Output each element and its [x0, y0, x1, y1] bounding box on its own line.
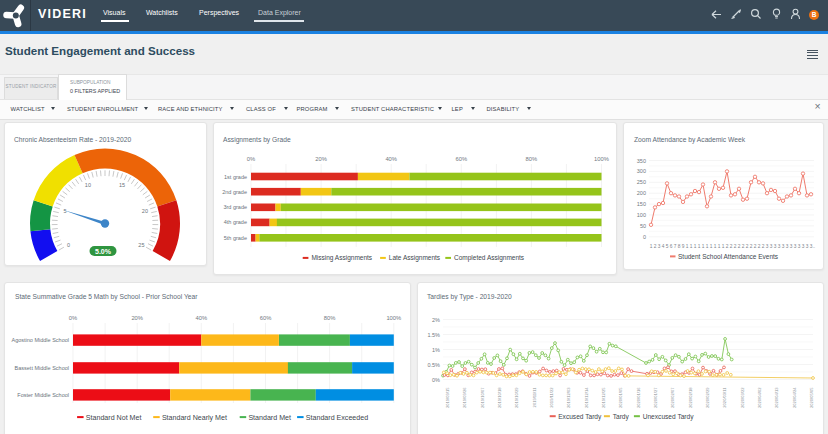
svg-text:Excused Tardy: Excused Tardy [558, 413, 602, 421]
svg-text:Agostino Middle School: Agostino Middle School [12, 337, 69, 343]
svg-text:1: 1 [722, 244, 725, 249]
svg-text:Tardy: Tardy [613, 413, 630, 421]
svg-text:3: 3 [790, 244, 793, 249]
svg-text:3rd grade: 3rd grade [223, 204, 247, 210]
svg-text:2: 2 [738, 244, 741, 249]
svg-text:2nd grade: 2nd grade [222, 189, 247, 195]
svg-text:2019/12/03: 2019/12/03 [566, 387, 571, 408]
svg-text:2019/12/25: 2019/12/25 [601, 387, 606, 408]
svg-text:5: 5 [666, 244, 669, 249]
svg-text:80%: 80% [526, 156, 538, 162]
svg-text:2020/01/16: 2020/01/16 [636, 387, 641, 408]
svg-text:Chronic Absenteeism Rate - 201: Chronic Absenteeism Rate - 2019-2020 [14, 136, 131, 143]
svg-text:8: 8 [678, 244, 681, 249]
svg-text:Standard Exceeded: Standard Exceeded [306, 414, 368, 422]
svg-text:1.5%: 1.5% [427, 332, 440, 338]
svg-text:2019/10/18: 2019/10/18 [497, 387, 502, 408]
svg-text:3: 3 [774, 244, 777, 249]
svg-text:2: 2 [758, 244, 761, 249]
svg-text:Standard Nearly Met: Standard Nearly Met [162, 414, 227, 422]
svg-text:Assignments by Grade: Assignments by Grade [223, 136, 291, 144]
svg-text:3: 3 [798, 244, 801, 249]
svg-text:2020/03/22: 2020/03/22 [740, 387, 745, 408]
svg-text:4th grade: 4th grade [224, 219, 247, 225]
svg-text:State Summative Grade 5 Math b: State Summative Grade 5 Math by School -… [15, 293, 198, 301]
svg-text:10: 10 [85, 182, 91, 188]
svg-text:1: 1 [714, 244, 717, 249]
svg-text:3: 3 [794, 244, 797, 249]
svg-text:1: 1 [710, 244, 713, 249]
svg-text:3: 3 [786, 244, 789, 249]
svg-text:2: 2 [754, 244, 757, 249]
svg-text:2: 2 [762, 244, 765, 249]
svg-text:100%: 100% [386, 315, 401, 321]
svg-text:2: 2 [726, 244, 729, 249]
svg-text:1: 1 [718, 244, 721, 249]
svg-text:1: 1 [650, 244, 653, 249]
svg-text:250: 250 [637, 179, 646, 185]
svg-text:Missing Assignments: Missing Assignments [311, 254, 372, 262]
svg-text:2: 2 [730, 244, 733, 249]
svg-text:Bassett Middle School: Bassett Middle School [15, 365, 69, 371]
svg-text:60%: 60% [455, 156, 467, 162]
svg-text:1: 1 [690, 244, 693, 249]
svg-text:0.5%: 0.5% [427, 362, 440, 368]
svg-text:350: 350 [637, 158, 646, 164]
svg-text:2020/04/13: 2020/04/13 [774, 387, 779, 408]
svg-text:1: 1 [706, 244, 709, 249]
svg-text:20%: 20% [315, 156, 327, 162]
svg-text:2%: 2% [432, 317, 440, 323]
svg-text:9: 9 [682, 244, 685, 249]
svg-text:1: 1 [702, 244, 705, 249]
svg-text:0: 0 [67, 242, 70, 248]
svg-text:2: 2 [750, 244, 753, 249]
svg-text:3: 3 [770, 244, 773, 249]
svg-text:Completed Assignments: Completed Assignments [454, 254, 525, 262]
svg-text:2019/09/15: 2019/09/15 [445, 387, 450, 408]
svg-text:150: 150 [637, 201, 646, 207]
svg-text:3: 3 [766, 244, 769, 249]
svg-text:5th grade: 5th grade [224, 235, 247, 241]
svg-text:2: 2 [742, 244, 745, 249]
svg-text:2019/12/14: 2019/12/14 [584, 387, 589, 408]
svg-text:2019/10/29: 2019/10/29 [514, 387, 519, 408]
svg-text:2: 2 [734, 244, 737, 249]
svg-text:2020/05/05: 2020/05/05 [809, 387, 814, 408]
svg-text:2020/01/05: 2020/01/05 [618, 387, 623, 408]
svg-text:6: 6 [670, 244, 673, 249]
svg-text:Tardies by Type - 2019-2020: Tardies by Type - 2019-2020 [427, 293, 512, 301]
svg-text:0: 0 [643, 234, 646, 240]
svg-text:40%: 40% [195, 315, 207, 321]
svg-text:2019/11/11: 2019/11/11 [532, 387, 537, 408]
svg-text:0%: 0% [432, 377, 440, 383]
svg-text:300: 300 [637, 168, 646, 174]
svg-text:3: 3 [802, 244, 805, 249]
svg-text:100%: 100% [594, 156, 609, 162]
svg-text:3: 3 [782, 244, 785, 249]
svg-text:40%: 40% [385, 156, 397, 162]
svg-text:Student School Attendance Even: Student School Attendance Events [678, 253, 779, 260]
svg-text:3: 3 [658, 244, 661, 249]
svg-text:100: 100 [637, 212, 646, 218]
svg-text:1%: 1% [432, 347, 440, 353]
svg-text:2019/10/07: 2019/10/07 [480, 387, 485, 408]
svg-text:25: 25 [138, 242, 144, 248]
svg-text:20%: 20% [131, 315, 143, 321]
svg-text:1: 1 [694, 244, 697, 249]
svg-text:Zoom Attendance by Academic We: Zoom Attendance by Academic Week [634, 136, 746, 144]
svg-text:60%: 60% [260, 315, 272, 321]
svg-text:200: 200 [637, 190, 646, 196]
svg-text:Standard Met: Standard Met [248, 414, 291, 422]
svg-text:Late Assignments: Late Assignments [389, 254, 441, 262]
svg-text:0%: 0% [69, 315, 77, 321]
svg-text:2: 2 [654, 244, 657, 249]
svg-text:1st grade: 1st grade [224, 174, 247, 180]
svg-text:2020/03/11: 2020/03/11 [722, 387, 727, 408]
svg-text:2020/02/18: 2020/02/18 [688, 387, 693, 408]
svg-text:2020/02/29: 2020/02/29 [705, 387, 710, 408]
svg-text:4: 4 [662, 244, 665, 249]
svg-text:7: 7 [674, 244, 677, 249]
svg-text:2020/02/07: 2020/02/07 [670, 387, 675, 408]
svg-text:2020/04/24: 2020/04/24 [792, 387, 797, 408]
svg-text:..: .. [813, 244, 816, 249]
